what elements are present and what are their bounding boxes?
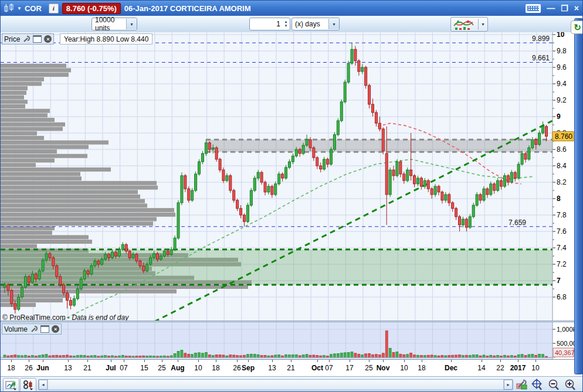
maximize-button[interactable]: ❐ xyxy=(561,4,568,12)
wrench-icon[interactable] xyxy=(22,35,30,43)
volume-bar xyxy=(434,356,436,357)
spinner-arrows-icon[interactable]: ▲▼ xyxy=(282,20,290,28)
candle-body xyxy=(198,162,201,174)
chevron-down-icon[interactable]: ▼ xyxy=(328,19,339,29)
price-axis-label: 7.2 xyxy=(557,260,567,268)
scrollbar-thumb[interactable] xyxy=(48,380,504,390)
close-button[interactable]: × xyxy=(574,4,579,12)
volume-profile-bar xyxy=(1,235,89,239)
minimize-button[interactable]: — xyxy=(547,4,555,12)
link-instruments-button[interactable] xyxy=(20,378,36,392)
volume-bar xyxy=(205,352,207,357)
candle-body xyxy=(524,154,527,159)
time-axis-label: 18 xyxy=(212,364,219,372)
volume-bar xyxy=(309,355,311,357)
candle-body xyxy=(226,176,228,180)
candle-body xyxy=(472,205,474,217)
units-dropdown[interactable]: 10000 units ▼ xyxy=(91,18,137,30)
candle-body xyxy=(274,184,277,195)
maximize-pane-icon[interactable] xyxy=(33,35,42,43)
candle-body xyxy=(219,159,221,170)
volume-bar xyxy=(191,354,194,357)
chart-style-button[interactable]: ▼ xyxy=(450,17,488,32)
time-axis-label: 21 xyxy=(287,364,294,372)
candle-body xyxy=(382,129,384,151)
volume-bar xyxy=(80,355,82,357)
volume-profile-bar xyxy=(1,64,66,68)
price-chart[interactable]: 109.89.69.49.298.88.68.48.287.87.67.47.2… xyxy=(1,32,574,321)
volume-bar xyxy=(462,356,464,357)
time-axis-tick xyxy=(291,360,292,362)
zoom-out-button[interactable] xyxy=(546,378,561,391)
candle-body xyxy=(327,159,329,164)
price-chart-pane[interactable]: 109.89.69.49.298.88.68.48.287.87.67.47.2… xyxy=(1,32,583,321)
volume-bar xyxy=(222,355,225,357)
volume-pane[interactable]: 1,000k500,00040,367 Volume × xyxy=(1,322,583,359)
drawing-settings-button[interactable] xyxy=(514,378,530,391)
time-axis-label: 25 xyxy=(365,364,372,372)
chevron-down-icon[interactable]: ▼ xyxy=(478,19,487,30)
volume-profile-bar xyxy=(1,163,36,167)
chart-export-icon xyxy=(5,380,17,391)
scroll-left-icon[interactable]: ◄ xyxy=(39,380,48,390)
volume-bar xyxy=(31,356,33,357)
info-icon[interactable]: i xyxy=(49,4,59,13)
volume-bar xyxy=(215,354,218,357)
volume-bar xyxy=(469,355,471,357)
candle-body xyxy=(240,209,242,215)
timeframe-dropdown[interactable]: (x) days ▼ xyxy=(292,18,340,30)
volume-bar xyxy=(354,353,357,357)
candle-body xyxy=(330,149,332,164)
candle-body xyxy=(545,127,548,137)
candle-body xyxy=(403,174,405,180)
time-axis-label: 10 xyxy=(531,364,539,372)
horizontal-scrollbar[interactable]: ◄ ► xyxy=(38,379,513,390)
volume-profile-bar xyxy=(1,186,158,190)
time-axis-tick xyxy=(11,360,12,362)
export-chart-button[interactable] xyxy=(3,378,19,392)
candle-body xyxy=(459,217,461,225)
volume-bar xyxy=(264,355,266,357)
time-axis-tick xyxy=(29,360,29,362)
volume-profile-bar xyxy=(1,208,174,212)
time-axis-tick xyxy=(162,360,162,362)
volume-bar xyxy=(212,356,214,357)
volume-chart[interactable]: 1,000k500,00040,367 xyxy=(1,322,574,359)
close-pane-icon[interactable]: × xyxy=(44,35,52,43)
maximize-pane-icon[interactable] xyxy=(40,325,49,333)
price-axis-background xyxy=(553,32,574,321)
candle-body xyxy=(38,271,40,279)
close-pane-icon[interactable]: × xyxy=(52,325,59,333)
candle-body xyxy=(427,180,429,189)
symbol-label: COR xyxy=(25,4,42,13)
scroll-right-icon[interactable]: ► xyxy=(504,380,513,390)
volume-bar xyxy=(361,355,364,357)
time-axis-label: 18 xyxy=(418,364,425,372)
volume-bar xyxy=(306,354,308,357)
symbol-dropdown-caret[interactable]: ▼ xyxy=(17,6,22,11)
volume-profile-bar xyxy=(1,96,24,100)
zoom-out-icon xyxy=(547,379,561,391)
wrench-icon[interactable] xyxy=(30,325,38,333)
volume-bar xyxy=(406,354,409,357)
interval-spinner[interactable]: 1 ▲▼ xyxy=(249,18,290,30)
candle-body xyxy=(45,254,48,260)
time-axis-tick xyxy=(518,360,518,362)
keyboard-icon[interactable] xyxy=(526,4,541,13)
time-axis-tick xyxy=(87,360,88,362)
price-axis-label: 9.2 xyxy=(557,96,567,104)
candle-body xyxy=(18,297,20,309)
vertical-scrollbar[interactable] xyxy=(574,18,583,374)
volume-bar xyxy=(441,355,443,357)
time-axis-label: Jul xyxy=(106,364,116,372)
zoom-fit-icon xyxy=(530,379,544,391)
zoom-fit-button[interactable] xyxy=(530,378,545,391)
zoom-in-button[interactable] xyxy=(562,378,578,391)
chevron-down-icon[interactable]: ▼ xyxy=(126,19,137,29)
volume-bar xyxy=(56,355,58,357)
reset-zoom-button[interactable]: ↻ xyxy=(571,21,583,34)
time-axis-label: Sep xyxy=(242,364,255,372)
volume-bar xyxy=(521,354,523,357)
time-axis-label: 07 xyxy=(120,364,127,372)
candle-body xyxy=(118,250,120,256)
